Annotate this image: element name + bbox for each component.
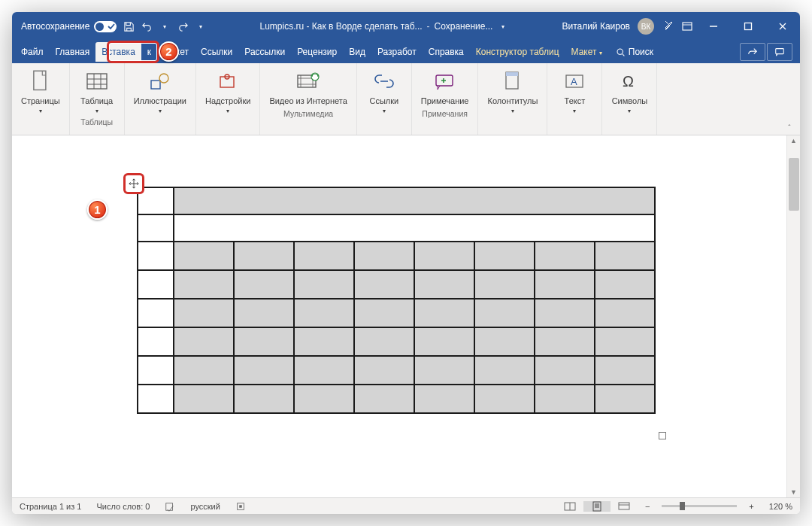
- svg-rect-6: [151, 81, 160, 89]
- addins-button[interactable]: Надстройки ▾: [201, 66, 255, 116]
- video-icon: [295, 68, 322, 95]
- toggle-switch[interactable]: [94, 21, 117, 32]
- close-button[interactable]: [765, 12, 800, 41]
- tab-developer[interactable]: Разработ: [371, 42, 423, 62]
- svg-rect-20: [239, 505, 242, 508]
- tab-mailings[interactable]: Рассылки: [238, 42, 291, 62]
- status-page[interactable]: Страница 1 из 1: [12, 502, 89, 511]
- addin-icon: [214, 68, 241, 95]
- document-canvas[interactable]: ▲ ▼: [12, 135, 800, 497]
- zoom-slider[interactable]: [662, 505, 737, 507]
- qat-more-icon[interactable]: ▾: [195, 20, 207, 32]
- headers-button[interactable]: Колонтитулы ▾: [483, 66, 542, 116]
- tab-table-layout[interactable]: Макет ▾: [565, 42, 608, 62]
- autosave-toggle[interactable]: Автосохранение: [21, 21, 117, 32]
- textbox-icon: A: [561, 68, 588, 95]
- dictate-icon[interactable]: [662, 20, 674, 32]
- tab-references[interactable]: Ссылки: [195, 42, 238, 62]
- table-icon: [83, 68, 111, 95]
- zoom-in[interactable]: +: [741, 502, 761, 511]
- table-button[interactable]: Таблица ▾: [74, 66, 120, 116]
- scroll-up-icon[interactable]: ▲: [790, 137, 797, 144]
- illustrations-button[interactable]: Иллюстрации ▾: [129, 66, 191, 116]
- saving-status: Сохранение...: [435, 21, 493, 32]
- group-comments: Примечания: [422, 108, 468, 120]
- symbols-button[interactable]: Ω Символы ▾: [607, 66, 652, 116]
- save-icon[interactable]: [123, 20, 135, 32]
- document-title: Lumpics.ru - Как в Ворде сделать таб...: [259, 21, 422, 32]
- svg-rect-22: [593, 502, 601, 511]
- view-read[interactable]: [556, 501, 583, 512]
- comments-pane-button[interactable]: [767, 43, 792, 61]
- search-label: Поиск: [629, 47, 653, 57]
- zoom-out[interactable]: −: [638, 502, 657, 511]
- ribbon: Страницы ▾ Таблица ▾ Таблицы Иллюстрации: [12, 63, 800, 135]
- statusbar: Страница 1 из 1 Число слов: 0 русский − …: [12, 497, 800, 514]
- comment-icon: [432, 68, 459, 95]
- scroll-down-icon[interactable]: ▼: [790, 488, 797, 496]
- app-window: Автосохранение ▾ ▾ Lumpics.ru - Как в Во…: [12, 12, 800, 514]
- maximize-button[interactable]: [731, 12, 765, 41]
- svg-rect-5: [87, 74, 107, 89]
- share-button[interactable]: [740, 43, 765, 61]
- text-button[interactable]: A Текст ▾: [552, 66, 597, 116]
- minimize-button[interactable]: [696, 12, 731, 41]
- autosave-label: Автосохранение: [21, 21, 89, 32]
- undo-icon[interactable]: [141, 20, 153, 32]
- svg-rect-1: [745, 23, 752, 30]
- tab-help[interactable]: Справка: [423, 42, 470, 62]
- collapse-ribbon-icon[interactable]: ˆ: [783, 123, 795, 132]
- svg-point-7: [159, 74, 168, 83]
- svg-rect-3: [776, 49, 784, 54]
- link-icon: [371, 68, 398, 95]
- online-video-button[interactable]: Видео из Интернета: [265, 66, 351, 108]
- table-move-handle[interactable]: [123, 173, 144, 194]
- scrollbar-thumb[interactable]: [789, 158, 799, 211]
- tab-insert[interactable]: Вставка: [95, 42, 141, 62]
- ribbon-tabs: Файл Главная Вставка к Макет Ссылки Расс…: [12, 41, 800, 63]
- status-macro[interactable]: [228, 501, 253, 512]
- status-spellcheck[interactable]: [157, 501, 183, 512]
- tab-draw[interactable]: к: [141, 42, 157, 62]
- view-print[interactable]: [583, 501, 611, 512]
- tab-file[interactable]: Файл: [15, 42, 50, 62]
- svg-text:A: A: [571, 76, 577, 87]
- svg-rect-23: [619, 503, 629, 509]
- svg-point-2: [617, 49, 623, 54]
- ribbon-display-icon[interactable]: [681, 20, 693, 32]
- links-button[interactable]: Ссылки ▾: [362, 66, 407, 116]
- tab-home[interactable]: Главная: [50, 42, 96, 62]
- comment-button[interactable]: Примечание: [417, 66, 474, 108]
- svg-rect-4: [34, 71, 46, 90]
- undo-more-icon[interactable]: ▾: [159, 20, 171, 32]
- status-language[interactable]: русский: [183, 502, 227, 511]
- search-box[interactable]: Поиск: [608, 47, 661, 57]
- header-footer-icon: [499, 68, 526, 95]
- vertical-scrollbar[interactable]: ▲ ▼: [786, 135, 800, 497]
- status-wordcount[interactable]: Число слов: 0: [89, 502, 157, 511]
- table-resize-handle[interactable]: [659, 432, 666, 439]
- avatar[interactable]: ВК: [638, 18, 654, 35]
- redo-icon[interactable]: [177, 20, 189, 32]
- view-web[interactable]: [611, 501, 638, 512]
- group-tables: Таблицы: [80, 116, 113, 129]
- titlebar: Автосохранение ▾ ▾ Lumpics.ru - Как в Во…: [12, 12, 800, 41]
- zoom-level[interactable]: 120 %: [762, 502, 800, 511]
- group-media: Мультимедиа: [283, 108, 333, 120]
- tab-review[interactable]: Рецензир: [291, 42, 343, 62]
- svg-rect-0: [683, 23, 692, 30]
- annotation-callout-1: 1: [87, 199, 108, 220]
- svg-rect-14: [506, 72, 518, 76]
- shapes-icon: [147, 68, 174, 95]
- annotation-callout-2: 2: [159, 41, 179, 62]
- user-name[interactable]: Виталий Каиров: [562, 21, 630, 32]
- tab-view[interactable]: Вид: [343, 42, 371, 62]
- zoom-knob[interactable]: [680, 502, 685, 510]
- pages-button[interactable]: Страницы ▾: [17, 66, 65, 116]
- svg-rect-18: [166, 503, 173, 510]
- svg-text:Ω: Ω: [623, 73, 634, 90]
- svg-rect-8: [220, 77, 234, 87]
- tab-table-design[interactable]: Конструктор таблиц: [470, 42, 565, 62]
- word-table[interactable]: [137, 187, 656, 414]
- omega-icon: Ω: [616, 68, 643, 95]
